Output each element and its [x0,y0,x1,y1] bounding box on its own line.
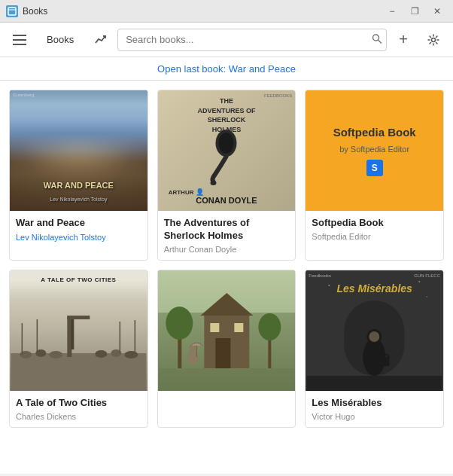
book-info-les-mis: Les Misérables Victor Hugo [306,391,443,427]
softpedia-cover-by: by Softpedia Editor [339,145,409,154]
title-bar-left: Books [6,5,47,17]
book-cover-les-mis: Feedbooks GUN FLECC Les Misérables [306,270,443,391]
book-title: Softpedia Book [312,217,437,230]
search-container [117,29,387,51]
svg-point-48 [427,296,428,298]
softpedia-logo: S [366,160,383,176]
book-card-war-and-peace[interactable]: Gutenberg WAR AND PEACE Lev Nikolayevich… [9,90,148,261]
svg-rect-37 [159,368,294,391]
notification-text: Open last book: War and Peace [157,63,296,75]
svg-point-20 [124,351,138,359]
pipe-illustration [205,124,247,188]
svg-rect-2 [13,35,26,36]
book-cover-war-and-peace: Gutenberg WAR AND PEACE Lev Nikolayevich… [10,90,147,211]
svg-rect-43 [382,357,390,366]
svg-rect-29 [234,323,243,332]
book-card-softpedia[interactable]: Softpedia Book by Softpedia Editor S Sof… [305,90,444,261]
title-bar-controls: − ❐ ✕ [382,4,447,19]
last-book-link[interactable]: War and Peace [229,63,296,75]
book-author: Arthur Conan Doyle [164,245,290,254]
svg-rect-3 [13,39,26,41]
svg-rect-14 [71,319,74,349]
chart-icon [95,34,107,46]
svg-rect-11 [11,353,146,391]
book-author: Charles Dickens [16,412,141,421]
book-title: Les Misérables [312,397,437,410]
book-card-les-miserables[interactable]: Feedbooks GUN FLECC Les Misérables [305,270,444,428]
book-title: War and Peace [16,217,141,230]
svg-point-10 [210,181,216,185]
close-button[interactable]: ✕ [427,4,447,19]
svg-rect-13 [67,316,90,319]
book-cover-softpedia: Softpedia Book by Softpedia Editor S [306,90,443,211]
book-title: A Tale of Two Cities [16,397,141,410]
sherlock-author-label: ARTHUR 👤 [169,188,204,196]
svg-point-31 [166,307,193,340]
war-peace-cover-title: WAR AND PEACE [10,181,147,190]
books-grid: Gutenberg WAR AND PEACE Lev Nikolayevich… [9,90,444,428]
svg-rect-28 [210,323,219,332]
svg-point-7 [432,38,436,41]
svg-point-9 [218,133,233,154]
svg-rect-45 [307,376,442,391]
book-title: The Adventures of Sherlock Holmes [164,217,290,243]
book-author: Victor Hugo [312,412,437,421]
add-button[interactable]: + [390,26,417,53]
settings-button[interactable] [420,26,447,53]
two-cities-cover-title: A TALE OF TWO CITIES [10,276,147,283]
book-card-sherlock-holmes[interactable]: FEEDBOOKS THEADVENTURES OFSHERLOCKHOLMES… [157,90,296,261]
book-info-softpedia: Softpedia Book Softpedia Editor [306,211,443,247]
conan-doyle-label: CONAN DOYLE [158,196,296,205]
book-info-fourth [158,391,296,405]
book-info-sherlock: The Adventures of Sherlock Holmes Arthur… [158,211,296,260]
book-card-fourth[interactable] [157,270,296,428]
book-cover-fourth [158,270,296,391]
chart-button[interactable] [87,26,114,53]
book-info-war-and-peace: War and Peace Lev Nikolayevich Tolstoy [10,211,147,249]
settings-icon [427,34,439,46]
war-peace-cover-author: Lev Nikolayevich Tolstoy [10,197,147,202]
books-container: Gutenberg WAR AND PEACE Lev Nikolayevich… [0,81,453,474]
book-cover-sherlock: FEEDBOOKS THEADVENTURES OFSHERLOCKHOLMES… [158,90,296,211]
menu-icon [13,35,26,45]
search-icon [372,33,382,44]
search-input[interactable] [117,29,387,51]
window-title: Books [23,6,47,17]
restore-button[interactable]: ❐ [405,4,424,19]
les-mis-name: GUN FLECC [414,273,440,278]
book-author: Lev Nikolayevich Tolstoy [16,232,141,243]
menu-button[interactable] [6,26,33,53]
svg-marker-26 [200,293,253,316]
svg-rect-4 [13,44,26,45]
title-bar: Books − ❐ ✕ [0,0,453,23]
svg-rect-0 [8,8,16,15]
notification-bar: Open last book: War and Peace [0,57,453,81]
book-author: Softpedia Editor [312,232,437,241]
publisher-label: Gutenberg [13,93,34,97]
svg-point-5 [373,35,379,41]
toolbar: Books + [0,23,453,57]
book-info-two-cities: A Tale of Two Cities Charles Dickens [10,391,147,427]
softpedia-cover-title: Softpedia Book [327,126,422,139]
svg-point-17 [49,351,62,359]
app-icon [6,5,18,17]
pastoral-illustration [158,270,296,391]
books-tab[interactable]: Books [36,26,84,53]
svg-point-18 [95,350,107,358]
les-mis-cover-title: Les Misérables [306,282,443,294]
book-cover-two-cities: A TALE OF TWO CITIES [10,270,147,391]
les-mis-publisher: Feedbooks [309,273,331,278]
book-card-two-cities[interactable]: A TALE OF TWO CITIES [9,270,148,428]
svg-point-44 [369,331,380,342]
two-cities-illustration [10,293,147,391]
svg-rect-27 [215,338,230,368]
search-button[interactable] [370,32,384,47]
minimize-button[interactable]: − [382,4,402,19]
svg-line-6 [379,40,382,44]
svg-point-33 [258,313,281,340]
